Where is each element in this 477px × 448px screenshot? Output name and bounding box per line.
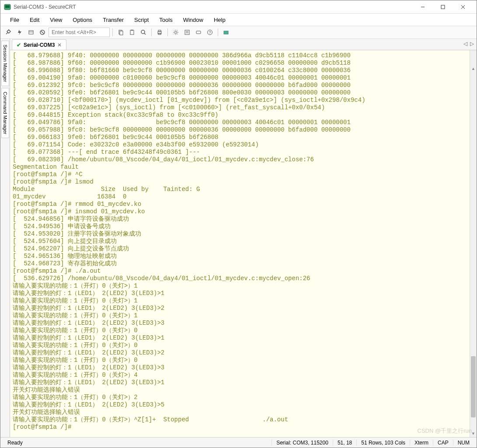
menu-view[interactable]: View bbox=[45, 15, 66, 25]
svg-line-5 bbox=[461, 5, 465, 9]
toolbar-separator bbox=[112, 28, 113, 36]
status-dims: 51 Rows, 103 Cols bbox=[357, 440, 410, 446]
svg-rect-1 bbox=[5, 5, 10, 8]
scrollbar[interactable]: ▴ ▾ bbox=[470, 50, 477, 437]
tab-bar: ✔ Serial-COM3 ✕ ◁ ▷ bbox=[10, 39, 477, 50]
svg-rect-11 bbox=[120, 31, 123, 35]
check-icon: ✔ bbox=[17, 42, 21, 48]
tab-next-icon[interactable]: ▷ bbox=[470, 41, 474, 47]
sftp-icon[interactable] bbox=[221, 27, 231, 38]
scroll-down-icon[interactable]: ▾ bbox=[470, 430, 477, 437]
disconnect-icon[interactable] bbox=[37, 27, 48, 38]
menu-script[interactable]: Script bbox=[130, 15, 153, 25]
menu-transfer[interactable]: Transfer bbox=[98, 15, 128, 25]
status-serial: Serial: COM3, 115200 bbox=[272, 440, 333, 446]
svg-rect-3 bbox=[441, 5, 445, 9]
svg-rect-6 bbox=[29, 31, 33, 34]
menu-options[interactable]: Options bbox=[68, 15, 97, 25]
menu-file[interactable]: File bbox=[6, 15, 24, 25]
svg-line-9 bbox=[41, 31, 44, 34]
settings-icon[interactable] bbox=[171, 27, 181, 38]
window-title: Serial-COM3 - SecureCRT bbox=[14, 4, 413, 10]
status-num: NUM bbox=[453, 440, 474, 446]
tab-prev-icon[interactable]: ◁ bbox=[463, 41, 467, 47]
svg-rect-17 bbox=[158, 30, 161, 31]
status-pos: 51, 18 bbox=[333, 440, 357, 446]
svg-point-26 bbox=[208, 30, 212, 35]
print-icon[interactable] bbox=[154, 27, 165, 38]
menu-edit[interactable]: Edit bbox=[25, 15, 44, 25]
toolbar-separator bbox=[151, 28, 152, 36]
help-icon[interactable]: ? bbox=[205, 27, 215, 38]
reconnect-icon[interactable] bbox=[26, 27, 36, 38]
close-button[interactable] bbox=[453, 0, 473, 14]
toolbar-separator bbox=[167, 28, 168, 36]
toolbar: ? bbox=[0, 26, 477, 39]
menu-window[interactable]: Window bbox=[179, 15, 208, 25]
svg-point-19 bbox=[175, 31, 177, 34]
menu-help[interactable]: Help bbox=[209, 15, 230, 25]
svg-rect-10 bbox=[119, 30, 122, 34]
svg-point-14 bbox=[141, 30, 145, 34]
svg-point-8 bbox=[40, 30, 45, 35]
properties-icon[interactable] bbox=[182, 27, 192, 38]
toolbar-separator bbox=[218, 28, 218, 36]
sidebar: Session Manager Command Manager bbox=[0, 39, 10, 437]
host-input[interactable] bbox=[49, 28, 110, 37]
terminal-content: [ 68.979688] 9f40: 00000000 00000000 000… bbox=[13, 52, 474, 431]
quick-connect-icon[interactable] bbox=[14, 27, 25, 38]
svg-line-4 bbox=[461, 5, 465, 9]
status-emu: Xterm bbox=[410, 440, 433, 446]
close-tab-icon[interactable]: ✕ bbox=[57, 42, 62, 48]
find-icon[interactable] bbox=[138, 27, 149, 38]
status-cap: CAP bbox=[433, 440, 453, 446]
svg-rect-16 bbox=[158, 31, 161, 34]
tab-label: Serial-COM3 bbox=[24, 42, 55, 48]
session-tab[interactable]: ✔ Serial-COM3 ✕ bbox=[12, 39, 66, 50]
titlebar: Serial-COM3 - SecureCRT bbox=[0, 0, 477, 14]
maximize-button[interactable] bbox=[433, 0, 453, 14]
app-icon bbox=[4, 3, 11, 10]
command-manager-tab[interactable]: Command Manager bbox=[1, 88, 9, 138]
svg-rect-23 bbox=[196, 31, 201, 34]
app-window: Serial-COM3 - SecureCRT File Edit View O… bbox=[0, 0, 477, 448]
svg-rect-28 bbox=[224, 31, 228, 34]
menubar: File Edit View Options Transfer Script T… bbox=[0, 14, 477, 26]
menu-tools[interactable]: Tools bbox=[155, 15, 177, 25]
status-ready: Ready bbox=[3, 440, 272, 446]
scroll-thumb[interactable] bbox=[471, 356, 476, 417]
svg-line-15 bbox=[144, 33, 146, 35]
svg-rect-0 bbox=[4, 4, 10, 10]
svg-rect-18 bbox=[158, 33, 161, 35]
connect-icon[interactable] bbox=[3, 27, 14, 38]
svg-text:?: ? bbox=[209, 30, 211, 35]
svg-rect-12 bbox=[130, 30, 134, 35]
svg-rect-13 bbox=[131, 30, 133, 31]
svg-rect-20 bbox=[185, 30, 189, 35]
statusbar: Ready Serial: COM3, 115200 51, 18 51 Row… bbox=[0, 437, 477, 448]
terminal[interactable]: [ 68.979688] 9f40: 00000000 00000000 000… bbox=[10, 50, 477, 437]
minimize-button[interactable] bbox=[413, 0, 433, 14]
session-manager-tab[interactable]: Session Manager bbox=[1, 41, 9, 86]
copy-icon[interactable] bbox=[115, 27, 126, 38]
paste-icon[interactable] bbox=[127, 27, 137, 38]
scroll-up-icon[interactable]: ▴ bbox=[470, 65, 477, 72]
keymap-icon[interactable] bbox=[193, 27, 204, 38]
